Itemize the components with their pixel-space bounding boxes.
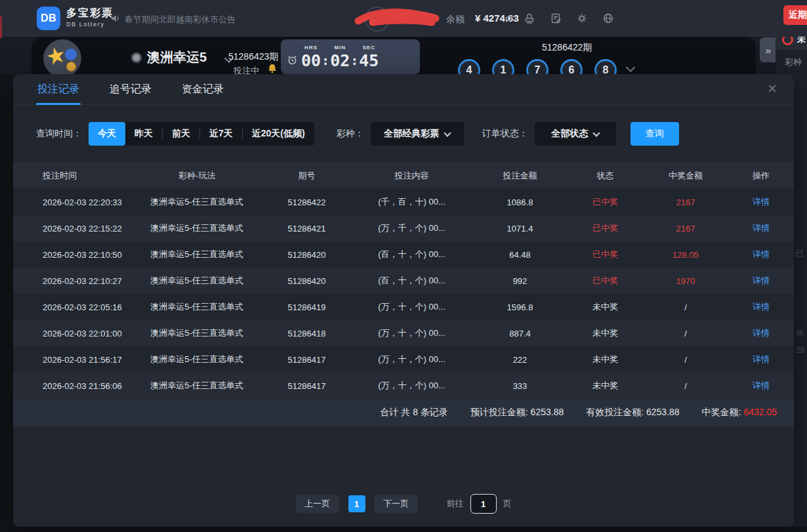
cell-amount: 992 [472, 276, 568, 286]
goto-label: 前往 [447, 498, 464, 510]
modal-tab-1[interactable]: 追号记录 [110, 74, 152, 104]
lottery-select[interactable]: 全部经典彩票 [371, 122, 464, 146]
announcement-text[interactable]: 春节期间北部越南彩休市公告 [125, 14, 236, 26]
settings-gear-icon[interactable] [576, 12, 588, 24]
cell-amount: 222 [472, 355, 568, 365]
cell-game: 澳洲幸运5-任三直选单式 [131, 354, 262, 365]
pagination: 上一页 1 下一页 前往 页 [13, 494, 794, 514]
table-row: 2026-02-03 22:15:22澳洲幸运5-任三直选单式51286421(… [13, 215, 794, 241]
logo-title: 多宝彩票 [66, 7, 114, 20]
cell-status: 已中奖 [568, 222, 643, 234]
table-row: 2026-02-03 22:01:00澳洲幸运5-任三直选单式51286418(… [13, 320, 794, 346]
cell-period: 51286420 [262, 250, 351, 260]
cell-amount: 1071.4 [472, 224, 568, 234]
current-period: 51286423期 [228, 51, 278, 63]
column-header: 操作 [728, 170, 794, 182]
modal-tabs: 投注记录追号记录资金记录 [13, 74, 794, 105]
table-row: 2026-02-03 22:10:50澳洲幸运5-任三直选单式51286420(… [13, 241, 794, 268]
column-header: 期号 [262, 170, 351, 182]
summary-expected: 预计投注金额: 6253.88 [470, 407, 564, 419]
cell-content: (百，十，个) 00... [351, 275, 472, 287]
speaker-icon [110, 13, 121, 24]
detail-link[interactable]: 详情 [728, 196, 794, 208]
logo-badge[interactable]: DB [37, 7, 60, 30]
column-header: 彩种-玩法 [131, 170, 262, 182]
cell-period: 51286422 [262, 197, 351, 207]
cell-time: 2026-02-03 22:01:00 [13, 329, 131, 338]
detail-link[interactable]: 详情 [728, 222, 794, 234]
coin-icon [66, 62, 76, 72]
cell-content: (千，百，十) 00... [351, 196, 472, 208]
lottery-filter-label: 彩种： [337, 128, 364, 140]
close-icon[interactable]: × [768, 81, 777, 96]
recent-results-tab[interactable]: 近期 [783, 5, 807, 25]
cell-time: 2026-02-03 22:10:27 [13, 276, 131, 286]
cell-content: (万，十，个) 00... [351, 327, 472, 339]
detail-link[interactable]: 详情 [728, 275, 794, 287]
summary-count: 合计 共 8 条记录 [380, 407, 447, 419]
records-icon[interactable] [550, 12, 562, 24]
column-header: 中奖金额 [643, 170, 728, 182]
time-option-3[interactable]: 近7天 [200, 122, 242, 146]
detail-link[interactable]: 详情 [728, 354, 794, 365]
search-button[interactable]: 查询 [631, 122, 679, 146]
time-option-2[interactable]: 前天 [163, 122, 199, 146]
cell-period: 51286420 [262, 276, 351, 286]
summary-win-value: 6432.05 [743, 407, 777, 417]
cell-content: (万，十，个) 00... [351, 354, 472, 365]
cell-period: 51286419 [262, 302, 351, 312]
filter-bar: 查询时间： 今天昨天前天近7天近20天(低频) 彩种： 全部经典彩票 订单状态：… [36, 122, 679, 146]
topbar: DB 多宝彩票 DB Lottery 春节期间北部越南彩休市公告 余额 ¥ 42… [0, 0, 807, 37]
bg-fragment: 州 [796, 328, 804, 339]
table-header: 投注时间彩种-玩法期号投注内容投注金额状态中奖金额操作 [13, 163, 794, 189]
cell-time: 2026-02-03 22:20:33 [13, 197, 131, 207]
detail-link[interactable]: 详情 [728, 327, 794, 339]
cell-game: 澳洲幸运5-任三直选单式 [131, 380, 262, 392]
summary-row: 合计 共 8 条记录 预计投注金额: 6253.88 有效投注金额: 6253.… [13, 399, 794, 426]
cell-content: (万，十，个) 00... [351, 380, 472, 392]
cell-amount: 64.48 [472, 250, 568, 260]
table-body: 2026-02-03 22:20:33澳洲幸运5-任三直选单式51286422(… [13, 189, 794, 399]
time-option-4[interactable]: 近20天(低频) [243, 122, 314, 146]
cell-time: 2026-02-03 22:10:50 [13, 250, 131, 260]
redaction-scribble [354, 7, 440, 30]
cell-status: 未中奖 [568, 380, 643, 392]
order-status-select[interactable]: 全部状态 [535, 122, 616, 146]
language-globe-icon[interactable] [602, 12, 614, 24]
detail-link[interactable]: 详情 [728, 249, 794, 260]
bell-icon [268, 64, 277, 73]
star-icon: ★ [43, 43, 68, 69]
column-header: 状态 [568, 170, 643, 182]
current-page[interactable]: 1 [348, 495, 365, 512]
cell-period: 51286417 [262, 381, 351, 391]
time-filter-label: 查询时间： [36, 128, 82, 140]
goto-page-input[interactable] [470, 494, 497, 514]
time-option-1[interactable]: 昨天 [125, 122, 162, 146]
result-period: 51286422期 [542, 42, 592, 54]
countdown-minutes: MIN 02 [330, 45, 350, 69]
cell-amount: 333 [472, 381, 568, 391]
cell-time: 2026-02-03 22:15:22 [13, 224, 131, 234]
cell-amount: 887.4 [472, 329, 568, 338]
countdown-hours: HRS 00 [301, 45, 321, 69]
cell-status: 未中奖 [568, 301, 643, 313]
status-filter-label: 订单状态： [482, 128, 528, 140]
cell-game: 澳洲幸运5-任三直选单式 [131, 301, 262, 313]
sidebar-collapse-button[interactable]: » [760, 37, 777, 62]
detail-link[interactable]: 详情 [728, 301, 794, 313]
cell-win: / [643, 302, 728, 312]
prev-page-button[interactable]: 上一页 [296, 495, 339, 513]
chevron-down-icon [593, 129, 600, 136]
modal-tab-0[interactable]: 投注记录 [37, 74, 79, 104]
next-page-button[interactable]: 下一页 [375, 495, 418, 513]
detail-link[interactable]: 详情 [728, 380, 794, 392]
cell-status: 未中奖 [568, 354, 643, 365]
cell-status: 已中奖 [568, 275, 643, 287]
result-expand-chevron-icon[interactable] [627, 64, 634, 71]
modal-tab-2[interactable]: 资金记录 [182, 74, 224, 104]
cell-game: 澳洲幸运5-任三直选单式 [131, 327, 262, 339]
cell-game: 澳洲幸运5-任三直选单式 [131, 249, 262, 260]
eye-icon[interactable] [505, 14, 517, 22]
time-option-0[interactable]: 今天 [89, 122, 125, 146]
checkin-icon[interactable] [524, 12, 535, 24]
